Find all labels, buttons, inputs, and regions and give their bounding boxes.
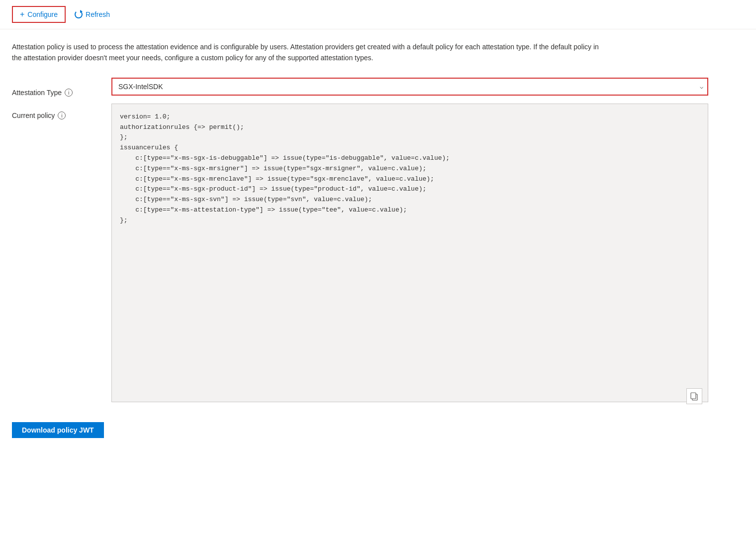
current-policy-label: Current policy i [12,104,111,410]
attestation-type-field: SGX-IntelSDK SGX-OpenEnclaveSDK TPM VBS … [111,78,708,104]
attestation-type-select-wrapper: SGX-IntelSDK SGX-OpenEnclaveSDK TPM VBS … [111,78,708,96]
download-policy-jwt-button[interactable]: Download policy JWT [12,422,104,438]
content-area: Attestation policy is used to process th… [0,29,756,450]
configure-label: Configure [27,10,58,18]
attestation-type-select[interactable]: SGX-IntelSDK SGX-OpenEnclaveSDK TPM VBS [111,78,708,96]
attestation-type-info-icon[interactable]: i [65,89,73,97]
plus-icon: + [20,10,24,19]
current-policy-label-text: Current policy [12,112,55,119]
attestation-type-label-text: Attestation Type [12,89,62,97]
description-text: Attestation policy is used to process th… [12,41,609,64]
refresh-icon [75,10,83,18]
current-policy-info-icon[interactable]: i [58,112,66,119]
form-section: Attestation Type i SGX-IntelSDK SGX-Open… [12,78,708,410]
copy-icon [690,392,699,401]
attestation-type-label: Attestation Type i [12,78,111,104]
toolbar: + Configure Refresh [0,0,756,29]
copy-button[interactable] [686,388,702,404]
refresh-button[interactable]: Refresh [68,7,117,21]
svg-rect-1 [691,393,696,399]
download-button-label: Download policy JWT [22,426,94,434]
configure-button[interactable]: + Configure [12,6,66,23]
current-policy-field: version= 1.0; authorizationrules {=> per… [111,104,708,410]
refresh-label: Refresh [86,10,110,18]
policy-text-display: version= 1.0; authorizationrules {=> per… [111,104,708,402]
